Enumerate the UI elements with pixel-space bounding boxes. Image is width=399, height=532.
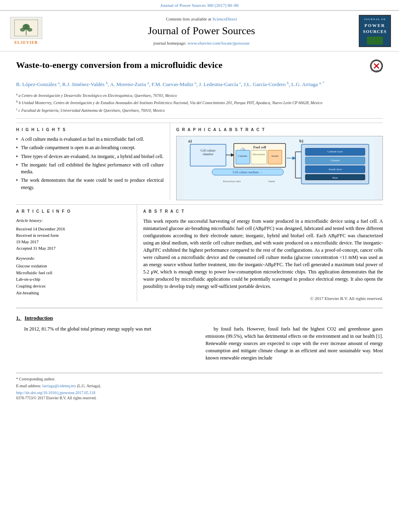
svg-text:Fuel cell: Fuel cell: [253, 145, 266, 149]
intro-col-left: In 2012, 81.7% of the global total prima…: [16, 325, 193, 365]
email-note: E-mail address: larriaga@cideteq.mx (L.G…: [16, 383, 383, 389]
crossmark-logo: CrossMark: [370, 60, 383, 72]
page: Journal of Power Sources 360 (2017) 80–8…: [0, 0, 399, 532]
abstract-text: This work reports the successful harvest…: [143, 218, 383, 290]
article-info-column: A R T I C L E I N F O Article history: R…: [16, 205, 137, 302]
introduction-two-col: In 2012, 81.7% of the global total prima…: [16, 325, 383, 365]
article-content: Waste-to-energy conversion from a microf…: [0, 51, 399, 409]
graphical-abstract-image: a) Cell culture chamber: [176, 136, 383, 200]
homepage-line: journal homepage: www.elsevier.com/locat…: [52, 40, 351, 46]
elsevier-logo-img: [10, 17, 42, 39]
footer-section: * Corresponding author. E-mail address: …: [16, 373, 383, 401]
abstract-copyright: © 2017 Elsevier B.V. All rights reserved…: [143, 293, 383, 302]
intro-para-left: In 2012, 81.7% of the global total prima…: [16, 325, 193, 333]
introduction-heading: 1. Introduction: [16, 314, 383, 322]
svg-point-3: [20, 28, 25, 31]
contents-line: Contents lists available at ScienceDirec…: [52, 16, 351, 22]
svg-text:Electrolyte: Electrolyte: [253, 153, 265, 156]
intro-col-right: by fossil fuels. However, fossil fuels h…: [206, 325, 383, 365]
power-sources-logo: JOURNAL OF POWER SOURCES: [359, 15, 391, 47]
homepage-url[interactable]: www.elsevier.com/locate/jpowsour: [187, 41, 249, 45]
article-title: Waste-to-energy conversion from a microf…: [16, 60, 366, 71]
highlight-item-5: The work demonstrates that the waste cou…: [16, 177, 164, 191]
abstract-paragraph: This work reports the successful harvest…: [143, 218, 383, 290]
keyword-2: Microfluidic fuel cell: [16, 270, 131, 277]
issn-text: 0378-7753/© 2017 Elsevier B.V. All right…: [16, 396, 383, 401]
article-info-label: A R T I C L E I N F O: [16, 209, 131, 214]
introduction-section: 1. Introduction In 2012, 81.7% of the gl…: [16, 308, 383, 364]
highlights-list: A cell culture media is evaluated as fue…: [16, 136, 164, 191]
svg-text:Base: Base: [333, 176, 338, 179]
svg-text:Channel: Channel: [331, 159, 340, 162]
highlights-graphical-section: H I G H L I G H T S A cell culture media…: [16, 123, 383, 200]
svg-text:Anode: Anode: [271, 154, 278, 157]
keywords-section: Keywords: Glucose oxidation Microfluidic…: [16, 255, 131, 296]
corresponding-note: * Corresponding author.: [16, 376, 383, 382]
email-link[interactable]: larriaga@cideteq.mx: [42, 384, 76, 388]
graphical-abstract-column: G R A P H I C A L A B S T R A C T a) Cel…: [170, 123, 383, 200]
info-abstract-section: A R T I C L E I N F O Article history: R…: [16, 204, 383, 302]
journal-reference: Journal of Power Sources 360 (2017) 80–8…: [160, 3, 239, 8]
intro-text-right: by fossil fuels. However, fossil fuels h…: [206, 325, 383, 362]
svg-text:chamber: chamber: [203, 152, 214, 156]
keyword-5: Air-breathing: [16, 290, 131, 297]
svg-text:Anode layer: Anode layer: [328, 168, 342, 170]
keyword-4: Coupling devices: [16, 283, 131, 290]
revised-date: 19 May 2017: [16, 239, 131, 245]
svg-text:Cell culture: Cell culture: [201, 149, 216, 152]
highlight-item-4: The inorganic fuel cell exhibited the hi…: [16, 162, 164, 176]
abstract-label: A B S T R A C T: [143, 209, 383, 214]
doi-link[interactable]: http://dx.doi.org/10.1016/j.jpowsour.201…: [16, 390, 383, 396]
sciencedirect-link[interactable]: ScienceDirect: [212, 16, 237, 21]
svg-text:Outlet: Outlet: [268, 180, 275, 183]
svg-text:↓O₂: ↓O₂: [240, 147, 245, 151]
svg-text:Cell culture medium →: Cell culture medium →: [233, 170, 263, 174]
svg-rect-20: [251, 150, 267, 164]
svg-text:Cathode layer: Cathode layer: [327, 150, 343, 153]
svg-text:b): b): [299, 138, 303, 144]
svg-text:Cathode: Cathode: [238, 154, 247, 157]
keyword-3: Lab-on-a-chip: [16, 276, 131, 283]
article-history-label: Article history:: [16, 218, 131, 224]
header-center: Contents lists available at ScienceDirec…: [52, 16, 351, 46]
accepted-date: Accepted 31 May 2017: [16, 245, 131, 252]
intro-text-left: In 2012, 81.7% of the global total prima…: [16, 325, 193, 333]
revised-label: Received in revised form: [16, 232, 131, 239]
elsevier-logo: ELSEVIER: [8, 17, 44, 45]
svg-text:Electrolyte inlet: Electrolyte inlet: [223, 180, 241, 183]
affiliations: a a Centro de Investigación y Desarrollo…: [16, 92, 383, 119]
journal-title-main: Journal of Power Sources: [52, 24, 351, 38]
elsevier-text: ELSEVIER: [14, 40, 38, 45]
highlights-column: H I G H L I G H T S A cell culture media…: [16, 123, 170, 200]
highlight-item-1: A cell culture media is evaluated as fue…: [16, 136, 164, 143]
graphical-abstract-label: G R A P H I C A L A B S T R A C T: [176, 127, 383, 133]
authors: B. López-González a, R.J. Jiménez-Valdés…: [16, 80, 383, 89]
journal-ref-bar: Journal of Power Sources 360 (2017) 80–8…: [0, 0, 399, 10]
svg-text:CrossMark: CrossMark: [372, 70, 382, 72]
keywords-label: Keywords:: [16, 255, 131, 261]
keyword-1: Glucose oxidation: [16, 263, 131, 270]
svg-point-4: [27, 28, 33, 31]
highlight-item-3: Three types of devices are evaluated; An…: [16, 153, 164, 160]
highlights-label: H I G H L I G H T S: [16, 127, 164, 133]
abstract-column: A B S T R A C T This work reports the su…: [137, 205, 383, 302]
received-date: Received 14 December 2016: [16, 226, 131, 232]
intro-para-right: by fossil fuels. However, fossil fuels h…: [206, 325, 383, 362]
header-section: ELSEVIER Contents lists available at Sci…: [0, 10, 399, 51]
svg-text:a): a): [188, 138, 192, 144]
highlight-item-2: The cathode compartment is open in an ai…: [16, 144, 164, 151]
